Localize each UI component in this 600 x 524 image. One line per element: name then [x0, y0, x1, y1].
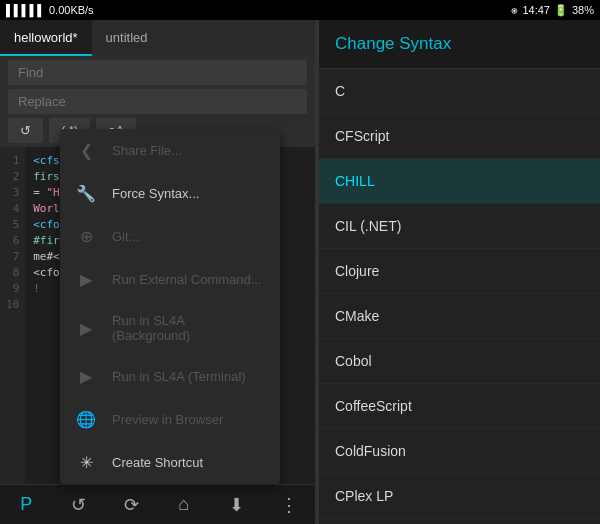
time-display: 14:47	[522, 4, 550, 16]
syntax-item[interactable]: CFScript	[319, 114, 600, 159]
syntax-item[interactable]: Clojure	[319, 249, 600, 294]
battery-level: 38%	[572, 4, 594, 16]
menu-git: ⊕ Git...	[60, 215, 280, 258]
menu-run-terminal-label: Run in SL4A (Terminal)	[112, 369, 246, 384]
menu-git-label: Git...	[112, 229, 139, 244]
git-icon: ⊕	[76, 227, 96, 246]
tabs-bar: helloworld* untitled	[0, 20, 315, 56]
battery-icon: 🔋	[554, 4, 568, 17]
bottom-btn-p[interactable]: P	[6, 485, 46, 525]
status-bar: ▌▌▌▌▌ 0.00KB/s ⎈ 14:47 🔋 38%	[0, 0, 600, 20]
menu-share-label: Share File...	[112, 143, 182, 158]
bluetooth-icon: ⎈	[511, 4, 518, 16]
menu-run-external: ▶ Run External Command...	[60, 258, 280, 301]
menu-force-syntax-label: Force Syntax...	[112, 186, 199, 201]
syntax-item[interactable]: CHILL	[319, 159, 600, 204]
syntax-item[interactable]: C	[319, 69, 600, 114]
tab-helloworld[interactable]: helloworld*	[0, 20, 92, 56]
syntax-list[interactable]: CCFScriptCHILLCIL (.NET)ClojureCMakeCobo…	[319, 69, 600, 524]
signal-icon: ▌▌▌▌▌	[6, 4, 45, 16]
bottom-btn-more[interactable]: ⋮	[269, 485, 309, 525]
bottom-btn-home[interactable]: ⌂	[164, 485, 204, 525]
menu-share: ❮ Share File...	[60, 129, 280, 172]
menu-create-shortcut[interactable]: ✳ Create Shortcut	[60, 441, 280, 484]
menu-create-shortcut-label: Create Shortcut	[112, 455, 203, 470]
run-icon-1: ▶	[76, 270, 96, 289]
menu-run-background-label: Run in SL4A (Background)	[112, 313, 264, 343]
syntax-item[interactable]: ColdFusion	[319, 429, 600, 474]
context-menu: ❮ Share File... 🔧 Force Syntax... ⊕ Git.…	[60, 129, 280, 484]
syntax-item[interactable]: CMake	[319, 294, 600, 339]
menu-run-external-label: Run External Command...	[112, 272, 262, 287]
menu-force-syntax[interactable]: 🔧 Force Syntax...	[60, 172, 280, 215]
syntax-item[interactable]: CPlex LP	[319, 474, 600, 519]
syntax-item[interactable]: CoffeeScript	[319, 384, 600, 429]
replace-btn[interactable]: ↺	[8, 118, 43, 143]
bottom-bar: P ↺ ⟳ ⌂ ⬇ ⋮	[0, 484, 315, 524]
syntax-item[interactable]: C++	[319, 519, 600, 524]
menu-run-terminal: ▶ Run in SL4A (Terminal)	[60, 355, 280, 398]
syntax-item[interactable]: CIL (.NET)	[319, 204, 600, 249]
run-icon-3: ▶	[76, 367, 96, 386]
network-speed: 0.00KB/s	[49, 4, 94, 16]
globe-icon: 🌐	[76, 410, 96, 429]
bottom-btn-undo[interactable]: ↺	[59, 485, 99, 525]
line-numbers: 12345 678910	[0, 147, 25, 484]
main-area: helloworld* untitled ↺ (.*) aA 12345 678…	[0, 20, 600, 524]
menu-preview: 🌐 Preview in Browser	[60, 398, 280, 441]
status-right: ⎈ 14:47 🔋 38%	[511, 4, 594, 17]
menu-preview-label: Preview in Browser	[112, 412, 223, 427]
wrench-icon: 🔧	[76, 184, 96, 203]
tab-untitled[interactable]: untitled	[92, 20, 162, 56]
editor-panel: helloworld* untitled ↺ (.*) aA 12345 678…	[0, 20, 315, 524]
syntax-panel: Change Syntax CCFScriptCHILLCIL (.NET)Cl…	[318, 20, 600, 524]
shortcut-icon: ✳	[76, 453, 96, 472]
status-left: ▌▌▌▌▌ 0.00KB/s	[6, 4, 94, 16]
replace-input[interactable]	[8, 89, 307, 114]
bottom-btn-download[interactable]: ⬇	[216, 485, 256, 525]
syntax-header: Change Syntax	[319, 20, 600, 69]
menu-run-background: ▶ Run in SL4A (Background)	[60, 301, 280, 355]
run-icon-2: ▶	[76, 319, 96, 338]
bottom-btn-redo[interactable]: ⟳	[111, 485, 151, 525]
syntax-item[interactable]: Cobol	[319, 339, 600, 384]
find-input[interactable]	[8, 60, 307, 85]
share-icon: ❮	[76, 141, 96, 160]
